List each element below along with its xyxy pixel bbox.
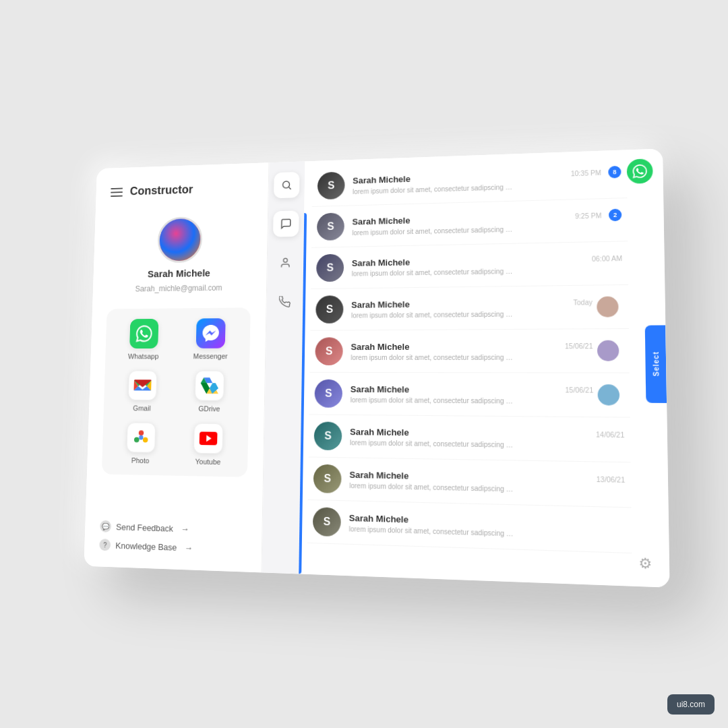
chat-top-row: Sarah Michele Today [351,297,593,309]
chat-time: 13/06/21 [597,475,625,483]
chat-time: Today [574,299,593,307]
chat-preview: lorem ipsum dolor sit amet, consectetur … [352,267,515,277]
chat-item[interactable]: S Sarah Michele lorem ipsum dolor sit am… [307,500,632,553]
chat-name: Sarah Michele [351,384,409,394]
chat-name: Sarah Michele [352,215,410,226]
chat-body: Sarah Michele lorem ipsum dolor sit amet… [349,512,626,541]
chat-top-row: Sarah Michele 15/06/21 [351,340,593,351]
send-feedback-link[interactable]: 💬 Send Feedback → [100,520,246,537]
chat-name: Sarah Michele [352,257,410,268]
apps-grid: Whatsapp Messenger [102,307,251,477]
chat-body: Sarah Michele 14/06/21 lorem ipsum dolor… [350,427,625,450]
chat-avatar: S [317,212,344,241]
middle-nav [262,161,305,574]
svg-line-5 [289,187,291,189]
chat-top-row: Sarah Michele 14/06/21 [350,427,624,440]
chat-top-row: Sarah Michele 9:25 PM 2 [352,209,621,228]
sidebar-header: Constructor [111,181,253,199]
search-nav-button[interactable] [274,172,300,198]
app-item-gmail[interactable]: Gmail [113,371,171,413]
chat-item[interactable]: S Sarah Michele 14/06/21 lorem ipsum dol… [309,415,631,462]
svg-point-3 [139,435,144,440]
unread-badge: 8 [608,166,621,179]
chat-preview: lorem ipsum dolor sit amet, consectetur … [349,481,515,493]
app-label-whatsapp: Whatsapp [128,353,159,361]
chat-item[interactable]: S Sarah Michele 15/06/21 lorem ipsum dol… [309,329,629,373]
app-window: Constructor Sarah Michele Sarah_michle@g… [84,149,669,588]
chat-avatar: S [313,464,342,493]
chat-avatar: S [317,172,345,200]
chat-avatar: S [314,421,342,450]
app-item-messenger[interactable]: Messenger [181,318,240,360]
chat-item[interactable]: S Sarah Michele 06:00 AM lorem ipsum dol… [311,241,628,289]
gmail-icon [128,371,157,400]
chat-item[interactable]: S Sarah Michele Today lorem ipsum dolor … [310,285,629,331]
chat-item[interactable]: S Sarah Michele 10:35 PM 8 lorem ipsum d… [312,155,628,207]
chat-time: 14/06/21 [596,431,624,439]
chat-name: Sarah Michele [349,469,408,481]
chat-top-row: Sarah Michele [349,512,626,530]
chat-name: Sarah Michele [349,512,408,524]
app-title: Constructor [129,183,193,198]
profile-section: Sarah Michele Sarah_michle@gmail.com [107,205,253,299]
unread-badge: 2 [609,209,621,222]
chat-time: 15/06/21 [566,386,594,394]
chat-avatar: S [316,254,344,282]
chat-preview: lorem ipsum dolor sit amet, consectetur … [349,525,516,538]
app-item-gdrive[interactable]: GDrive [180,371,239,413]
chat-body: Sarah Michele 13/06/21 lorem ipsum dolor… [349,469,625,495]
knowledge-icon: ? [99,539,111,551]
feedback-icon: 💬 [100,520,111,533]
chat-body: Sarah Michele 15/06/21 lorem ipsum dolor… [351,384,594,404]
app-label-gmail: Gmail [133,404,151,413]
app-label-youtube: Youtube [195,458,220,466]
chat-body: Sarah Michele 9:25 PM 2 lorem ipsum dolo… [352,209,621,237]
chat-preview: lorem ipsum dolor sit amet, consectetur … [351,310,514,319]
contacts-nav-button[interactable] [272,249,299,276]
chat-time: 9:25 PM [575,212,601,220]
svg-point-1 [143,437,148,443]
feedback-arrow-icon: → [181,524,189,534]
chat-avatar: S [314,380,342,408]
app-item-whatsapp[interactable]: Whatsapp [115,319,173,361]
chat-item[interactable]: S Sarah Michele 15/06/21 lorem ipsum dol… [309,373,630,418]
chat-top-row: Sarah Michele 06:00 AM [352,253,622,268]
feedback-label: Send Feedback [116,522,173,533]
calls-nav-button[interactable] [272,289,298,315]
chat-preview: lorem ipsum dolor sit amet, consectetur … [352,226,514,237]
chat-item[interactable]: S Sarah Michele 9:25 PM 2 lorem ipsum do… [311,198,628,248]
chat-item[interactable]: S Sarah Michele 13/06/21 lorem ipsum dol… [308,457,632,508]
avatar [157,216,203,263]
hamburger-menu-icon[interactable] [111,187,123,197]
youtube-icon [193,423,223,454]
app-label-gdrive: GDrive [198,404,220,413]
chat-body: Sarah Michele Today lorem ipsum dolor si… [351,297,593,319]
profile-name: Sarah Michele [148,268,210,280]
sidebar: Constructor Sarah Michele Sarah_michle@g… [84,162,269,572]
right-mini-avatar [598,384,620,406]
chat-top-row: Sarah Michele 13/06/21 [349,469,625,485]
knowledge-arrow-icon: → [184,543,193,553]
right-mini-avatar [597,340,619,361]
svg-point-4 [283,181,290,188]
chat-time: 15/06/21 [565,342,593,349]
app-item-youtube[interactable]: Youtube [179,423,238,466]
chat-avatar: S [315,295,343,324]
profile-email: Sarah_michle@gmail.com [135,283,222,293]
sidebar-footer: 💬 Send Feedback → ? Knowledge Base → [99,520,246,556]
watermark: ui8.com [667,694,715,715]
chat-time: 10:35 PM [571,169,601,177]
gdrive-icon [195,371,224,401]
chat-nav-button[interactable] [273,210,299,237]
chat-name: Sarah Michele [350,427,409,437]
chat-name: Sarah Michele [351,341,409,351]
knowledge-base-link[interactable]: ? Knowledge Base → [99,539,246,555]
avatar-image [158,218,200,262]
app-label-messenger: Messenger [193,352,228,360]
right-mini-avatar [597,297,618,317]
chat-preview: lorem ipsum dolor sit amet, consectetur … [351,353,514,361]
app-item-photo[interactable]: Photo [112,422,170,464]
svg-point-2 [134,437,140,442]
chat-preview: lorem ipsum dolor sit amet, consectetur … [351,396,515,404]
chat-top-row: Sarah Michele 10:35 PM 8 [353,166,621,186]
